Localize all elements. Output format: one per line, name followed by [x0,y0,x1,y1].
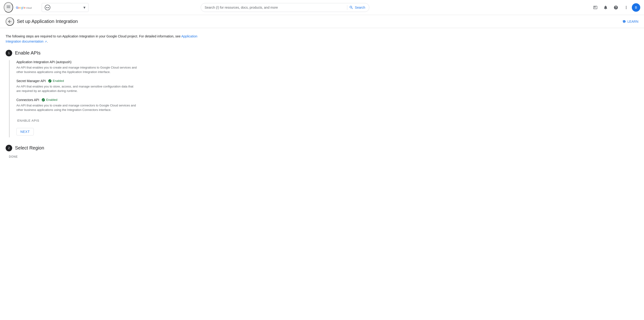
done-label: DONE [9,155,205,158]
api-name-1: Secret Manager API [16,79,46,83]
search-icon [349,5,354,9]
subheader: Set up Application Integration LEARN [0,15,644,28]
learn-label: LEARN [627,20,638,23]
enabled-label-2: Enabled [46,98,57,101]
step-1-buttons: ENABLE APIS [16,117,205,124]
svg-text:e: e [24,6,26,9]
step-2-header: 2 Select Region [6,145,205,151]
step-1-header: 1 Enable APIs [6,50,205,56]
svg-text:o: o [20,6,21,9]
google-cloud-logo: G o o g l e Cloud [16,4,37,11]
step-1-title: Enable APIs [15,50,40,56]
step-2-badge: 2 [6,145,12,151]
svg-text:Cloud: Cloud [26,6,32,9]
learn-icon [622,20,626,23]
nav-actions: B [590,3,640,12]
enabled-badge-1: Enabled [48,79,64,83]
api-item-0: Application Integration API (autopush) A… [16,60,205,74]
menu-icon[interactable] [4,2,13,13]
more-vert-icon [624,5,628,10]
main-content: The following steps are required to run … [0,28,211,168]
search-button[interactable]: Search [349,5,365,9]
enable-apis-button[interactable]: ENABLE APIS [16,117,40,124]
api-desc-2: An API that enables you to create and ma… [16,103,138,112]
dropdown-arrow-icon: ▾ [83,5,86,10]
step-2-section: 2 Select Region [6,145,205,151]
intro-paragraph: The following steps are required to run … [6,34,205,44]
notifications-icon-button[interactable] [601,3,610,12]
enabled-label-1: Enabled [53,79,64,83]
api-name-row-1: Secret Manager API Enabled [16,79,205,83]
step-2-title: Select Region [15,145,44,151]
user-avatar[interactable]: B [632,3,640,12]
api-name-2: Connectors API [16,98,39,102]
svg-text:●●: ●● [46,6,49,9]
search-button-label: Search [355,5,365,9]
intro-text-before: The following steps are required to run … [6,34,181,38]
project-selector[interactable]: ●● ▾ [42,3,88,12]
terminal-icon-button[interactable] [590,3,600,12]
api-name-row-2: Connectors API Enabled [16,98,205,102]
svg-text:g: g [21,6,23,9]
api-item-1: Secret Manager API Enabled An API that e… [16,79,205,93]
intro-text-after: . [47,39,48,43]
api-desc-1: An API that enables you to store, access… [16,84,138,93]
next-button[interactable]: NEXT [16,128,34,135]
api-name-row-0: Application Integration API (autopush) [16,60,205,64]
api-desc-0: An API that enables you to create and ma… [16,65,138,74]
svg-text:o: o [18,6,20,9]
back-button[interactable] [6,17,14,26]
check-circle-icon-2 [42,98,45,102]
search-bar[interactable]: Search (/) for resources, docs, products… [201,3,369,12]
arrow-back-icon [8,19,12,24]
api-name-0: Application Integration API (autopush) [16,60,72,64]
search-divider [347,5,347,10]
more-options-icon-button[interactable] [622,3,631,12]
api-item-2: Connectors API Enabled An API that enabl… [16,98,205,112]
check-circle-icon-1 [48,79,52,83]
step-1-next-row: NEXT [16,128,205,135]
help-icon [614,5,618,10]
step-1-content: Application Integration API (autopush) A… [9,60,205,137]
terminal-icon [593,5,598,10]
top-navigation: G o o g l e Cloud ●● ▾ Search (/) for re… [0,0,644,15]
learn-button[interactable]: LEARN [622,20,638,23]
page-title: Set up Application Integration [17,19,78,24]
search-placeholder-text: Search (/) for resources, docs, products… [205,5,346,9]
project-avatar: ●● [45,5,50,10]
step-1-badge: 1 [6,50,12,56]
help-icon-button[interactable] [611,3,620,12]
enabled-badge-2: Enabled [42,98,57,102]
notifications-icon [603,5,608,10]
external-link-icon: ↗ [44,40,47,43]
svg-text:l: l [23,6,24,9]
